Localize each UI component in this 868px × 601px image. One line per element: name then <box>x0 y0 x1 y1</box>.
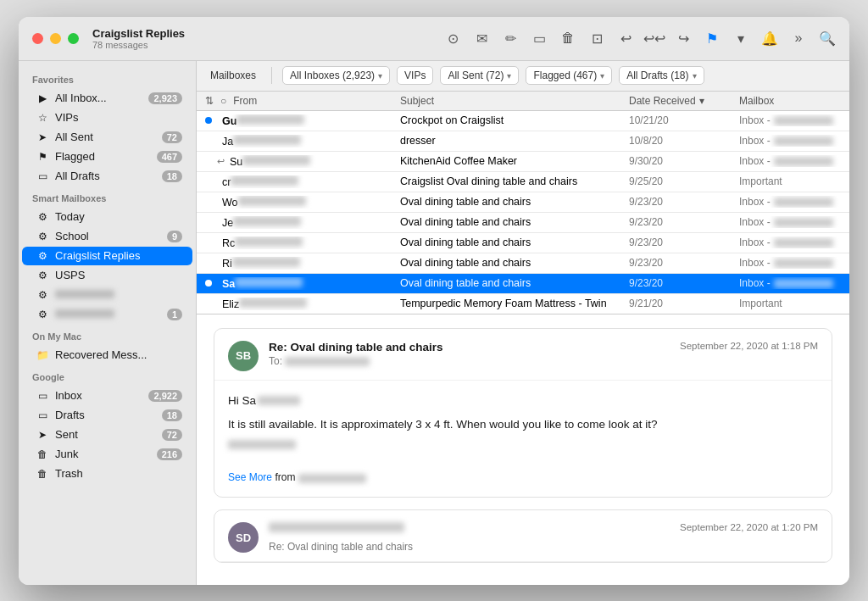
unread-placeholder <box>205 300 212 307</box>
from-cell: Sa <box>205 277 400 290</box>
email-subject: Tempurpedic Memory Foam Mattress - Twin <box>400 298 629 309</box>
reply-icon[interactable]: ↩ <box>617 30 634 47</box>
email-list-header: ⇅ ○ From Subject Date Received ▾ Mailbox <box>197 92 849 111</box>
close-button[interactable] <box>32 33 43 44</box>
filter-bar: Mailboxes All Inboxes (2,923) ▾ VIPs All… <box>197 61 849 92</box>
email-row[interactable]: Gu Crockpot on Craigslist 10/21/20 Inbox… <box>197 111 849 131</box>
sort-icon[interactable]: ⇅ <box>205 95 214 107</box>
email-mailbox: Important <box>739 175 841 187</box>
sidebar-item-google-sent[interactable]: ➤ Sent 72 <box>22 426 192 444</box>
sidebar-item-smart1[interactable]: ⚙ <box>22 286 192 304</box>
sidebar-item-all-sent[interactable]: ➤ All Sent 72 <box>22 128 192 147</box>
circle-icon: ○ <box>220 95 226 107</box>
google-inbox-badge: 2,922 <box>148 390 182 402</box>
minimize-button[interactable] <box>50 33 61 44</box>
drafts-badge: 18 <box>162 170 182 182</box>
sidebar-item-flagged[interactable]: ⚑ Flagged 467 <box>22 147 192 166</box>
email-subject: Craigslist Oval dining table and chairs <box>400 175 629 187</box>
message-card-2: SD Re: Oval dining table and chairs Sept… <box>214 509 832 563</box>
flag-more-icon[interactable]: ▾ <box>732 30 749 47</box>
mailbox-col-header[interactable]: Mailbox <box>739 95 841 107</box>
from-cell: Je <box>205 216 400 229</box>
email-row[interactable]: cr Craigslist Oval dining table and chai… <box>197 172 849 192</box>
email-row[interactable]: ↩ Su KitchenAid Coffee Maker 9/30/20 Inb… <box>197 152 849 172</box>
email-mailbox: Inbox - <box>739 277 841 289</box>
email-from: Sa <box>222 277 400 290</box>
search-icon[interactable]: 🔍 <box>819 30 836 47</box>
traffic-lights <box>32 33 79 44</box>
sidebar-item-school[interactable]: ⚙ School 9 <box>22 227 192 246</box>
envelope-icon[interactable]: ✉ <box>473 30 490 47</box>
email-subject: dresser <box>400 135 629 147</box>
email-row[interactable]: Ja dresser 10/8/20 Inbox - <box>197 131 849 152</box>
overflow-icon[interactable]: » <box>790 30 807 47</box>
junk-icon: 🗑 <box>36 448 49 461</box>
see-more-link[interactable]: See More <box>228 471 272 483</box>
folder-icon: 📁 <box>36 348 49 362</box>
message-timestamp: September 22, 2020 at 1:18 PM <box>680 341 818 351</box>
vips-label: VIPs <box>404 70 426 81</box>
email-mailbox: Inbox - <box>739 216 841 228</box>
re-label: Re: Oval dining table and chairs <box>269 541 413 553</box>
doc-icon: ▭ <box>36 170 49 183</box>
all-sent-btn[interactable]: All Sent (72) ▾ <box>440 66 519 85</box>
note-icon[interactable]: ⊙ <box>444 30 461 47</box>
email-row[interactable]: Eliz Tempurpedic Memory Foam Mattress - … <box>197 294 849 314</box>
unread-placeholder <box>205 137 212 144</box>
sidebar-item-all-inbox[interactable]: ▶ All Inbox... 2,923 <box>22 89 192 108</box>
sidebar-item-google-inbox[interactable]: ▭ Inbox 2,922 <box>22 387 192 405</box>
on-my-mac-label: On My Mac <box>19 325 196 345</box>
archive-icon[interactable]: ▭ <box>531 30 548 47</box>
all-drafts-label: All Drafts (18) <box>626 70 688 81</box>
unread-placeholder <box>205 259 212 266</box>
email-row[interactable]: Ri Oval dining table and chairs 9/23/20 … <box>197 253 849 274</box>
flagged-btn[interactable]: Flagged (467) ▾ <box>526 66 612 85</box>
maximize-button[interactable] <box>68 33 79 44</box>
email-row[interactable]: Rc Oval dining table and chairs 9/23/20 … <box>197 233 849 253</box>
sidebar-label: USPS <box>55 269 182 281</box>
subject-col-header[interactable]: Subject <box>400 95 629 107</box>
forward-icon[interactable]: ↪ <box>675 30 692 47</box>
reply-all-icon[interactable]: ↩↩ <box>646 30 663 47</box>
email-row[interactable]: Wo Oval dining table and chairs 9/23/20 … <box>197 192 849 213</box>
from-cell: Ja <box>205 135 400 147</box>
email-date: 9/23/20 <box>629 237 739 248</box>
sidebar-item-usps[interactable]: ⚙ USPS <box>22 266 192 285</box>
sidebar-item-today[interactable]: ⚙ Today <box>22 208 192 226</box>
from-col-header[interactable]: From <box>233 95 257 107</box>
flagged-badge: 467 <box>157 151 182 163</box>
sidebar-label: All Drafts <box>55 170 162 182</box>
message-header: SB Re: Oval dining table and chairs To: … <box>214 329 832 381</box>
sidebar-item-google-trash[interactable]: 🗑 Trash <box>22 465 192 483</box>
message-timestamp-2: September 22, 2020 at 1:20 PM <box>680 522 818 532</box>
bell-icon[interactable]: 🔔 <box>761 30 778 47</box>
all-inboxes-btn[interactable]: All Inboxes (2,923) ▾ <box>282 66 390 85</box>
sidebar-item-craigslist-replies[interactable]: ⚙ Craigslist Replies <box>22 247 192 265</box>
sidebar-label: Today <box>55 210 182 223</box>
trash-icon[interactable]: 🗑 <box>559 30 576 47</box>
inbox-icon: ▭ <box>36 389 49 403</box>
email-row-selected[interactable]: Sa Oval dining table and chairs 9/23/20 … <box>197 274 849 294</box>
sidebar-item-vips[interactable]: ☆ VIPs <box>22 109 192 127</box>
sidebar-item-google-drafts[interactable]: ▭ Drafts 18 <box>22 406 192 425</box>
sidebar-item-all-drafts[interactable]: ▭ All Drafts 18 <box>22 167 192 186</box>
sidebar-item-smart2[interactable]: ⚙ 1 <box>22 305 192 324</box>
compose-icon[interactable]: ✏ <box>502 30 519 47</box>
sidebar-item-recovered[interactable]: 📁 Recovered Mess... <box>22 346 192 364</box>
sidebar-label: Flagged <box>55 150 157 163</box>
message-meta: Re: Oval dining table and chairs To: <box>269 341 670 367</box>
vips-btn[interactable]: VIPs <box>397 66 433 85</box>
sidebar-label: Craigslist Replies <box>55 249 182 262</box>
flag-icon[interactable]: ⚑ <box>704 30 721 47</box>
all-drafts-btn[interactable]: All Drafts (18) ▾ <box>619 66 704 85</box>
email-from: Ri <box>222 257 400 270</box>
sidebar-item-google-junk[interactable]: 🗑 Junk 216 <box>22 445 192 464</box>
from-cell: cr <box>205 175 400 188</box>
sidebar-label <box>55 308 167 320</box>
email-mailbox: Inbox - <box>739 257 841 269</box>
date-col-header[interactable]: Date Received ▾ <box>629 95 739 107</box>
email-row[interactable]: Je Oval dining table and chairs 9/23/20 … <box>197 213 849 233</box>
mailboxes-btn[interactable]: Mailboxes <box>205 67 261 84</box>
avatar-2: SD <box>228 522 259 553</box>
move-icon[interactable]: ⊡ <box>588 30 605 47</box>
